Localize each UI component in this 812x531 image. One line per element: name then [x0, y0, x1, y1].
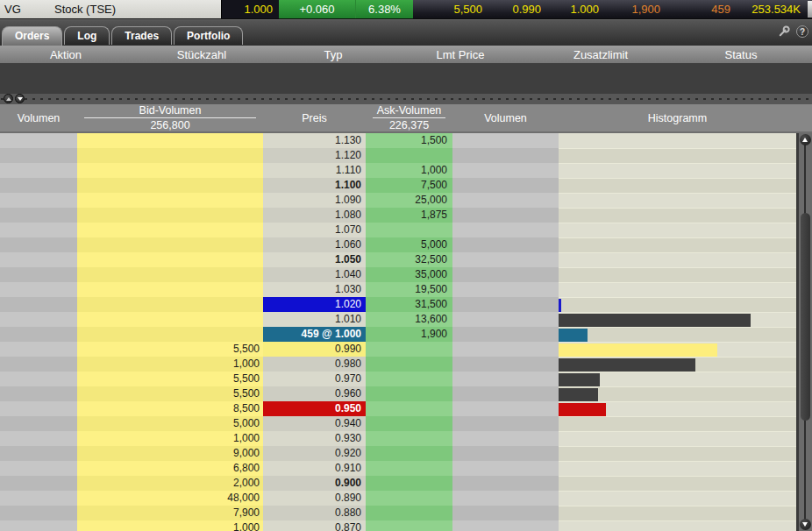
ask-volume-cell[interactable]	[366, 461, 452, 476]
bid-volume-cell[interactable]	[77, 208, 263, 223]
ask-volume-cell[interactable]	[366, 431, 452, 446]
bid-volume-cell[interactable]	[77, 267, 263, 282]
price-cell[interactable]: 0.960	[263, 386, 366, 401]
ask-volume-cell[interactable]: 1,900	[366, 327, 452, 342]
ask-volume-cell[interactable]: 32,500	[366, 252, 452, 267]
price-cell[interactable]: 0.930	[263, 431, 366, 446]
col-zusatzlimit[interactable]: Zusatzlimit	[526, 48, 675, 61]
price-cell[interactable]: 1.100	[263, 178, 366, 193]
header-bid-volumen[interactable]: Bid-Volumen 256,800	[77, 104, 263, 131]
price-cell[interactable]: 1.020	[263, 297, 366, 312]
ask-volume-cell[interactable]: 13,600	[366, 312, 452, 327]
price-cell[interactable]: 0.910	[263, 461, 366, 476]
price-cell[interactable]: 1.080	[263, 208, 366, 223]
instrument-cell[interactable]: VG Stock (TSE)	[0, 0, 221, 18]
collapse-down-button[interactable]	[15, 94, 25, 103]
bid-volume-cell[interactable]: 1,000	[77, 431, 263, 446]
bid-volume-cell[interactable]	[77, 223, 263, 237]
bid-volume-cell[interactable]	[77, 193, 263, 208]
ask-volume-cell[interactable]	[366, 223, 452, 237]
ask-volume-cell[interactable]	[366, 491, 452, 506]
price-cell[interactable]: 1.120	[263, 148, 366, 163]
bid-volume-cell[interactable]: 1,000	[77, 357, 263, 372]
bid-volume-cell[interactable]	[77, 252, 263, 267]
bid-volume-cell[interactable]	[77, 148, 263, 163]
panel-splitter[interactable]	[0, 94, 812, 104]
price-cell[interactable]: 1.110	[263, 163, 366, 178]
ask-volume-cell[interactable]	[366, 416, 452, 431]
price-cell[interactable]: 1.060	[263, 237, 366, 252]
bid-volume-cell[interactable]	[77, 327, 263, 342]
ask-volume-cell[interactable]	[366, 520, 452, 531]
col-stueckzahl[interactable]: Stückzahl	[132, 48, 272, 61]
price-cell[interactable]: 0.900	[263, 476, 366, 491]
header-ask-volumen[interactable]: Ask-Volumen 226,375	[366, 104, 452, 131]
price-cell[interactable]: 1.040	[263, 267, 366, 282]
bid-volume-cell[interactable]: 5,500	[77, 386, 263, 401]
ask-volume-cell[interactable]	[366, 357, 452, 372]
collapse-up-button[interactable]	[4, 94, 13, 103]
price-cell[interactable]: 1.010	[263, 312, 366, 327]
tab-orders[interactable]: Orders	[2, 26, 62, 46]
ask-volume-cell[interactable]: 1,875	[366, 208, 452, 223]
tab-portfolio[interactable]: Portfolio	[174, 26, 243, 45]
bid-volume-cell[interactable]	[77, 133, 263, 148]
scroll-up-button[interactable]	[800, 134, 811, 145]
bid-volume-cell[interactable]: 8,500	[77, 401, 263, 416]
header-histogramm[interactable]: Histogramm	[559, 112, 796, 124]
header-volumen-right[interactable]: Volumen	[452, 112, 559, 124]
bid-volume-cell[interactable]: 1,000	[77, 520, 263, 531]
help-icon[interactable]: ?	[796, 25, 808, 38]
bid-volume-cell[interactable]: 2,000	[77, 476, 263, 491]
tab-log[interactable]: Log	[64, 26, 110, 45]
price-cell[interactable]: 0.920	[263, 446, 366, 461]
bid-volume-cell[interactable]	[77, 282, 263, 297]
bid-volume-cell[interactable]	[77, 237, 263, 252]
price-cell[interactable]: 1.070	[263, 223, 366, 237]
ask-volume-cell[interactable]: 19,500	[366, 282, 452, 297]
ask-volume-cell[interactable]	[366, 476, 452, 491]
ask-volume-cell[interactable]: 1,500	[366, 133, 452, 148]
price-cell[interactable]: 0.950	[263, 401, 366, 416]
bid-volume-cell[interactable]: 5,000	[77, 416, 263, 431]
price-cell[interactable]: 1.090	[263, 193, 366, 208]
scroll-down-button[interactable]	[800, 519, 811, 530]
ask-volume-cell[interactable]: 35,000	[366, 267, 452, 282]
price-cell[interactable]: 1.130	[263, 133, 366, 148]
price-cell[interactable]: 0.990	[263, 342, 366, 357]
ask-volume-cell[interactable]	[366, 446, 452, 461]
ask-volume-cell[interactable]	[366, 506, 452, 520]
bid-volume-cell[interactable]: 9,000	[77, 446, 263, 461]
price-cell[interactable]: 1.050	[263, 252, 366, 267]
price-cell[interactable]: 0.940	[263, 416, 366, 431]
ask-volume-cell[interactable]	[366, 386, 452, 401]
ask-volume-cell[interactable]: 1,000	[366, 163, 452, 178]
col-typ[interactable]: Typ	[272, 48, 395, 61]
tools-icon[interactable]	[778, 25, 791, 38]
header-volumen-left[interactable]: Volumen	[0, 112, 77, 124]
price-cell[interactable]: 1.030	[263, 282, 366, 297]
ask-volume-cell[interactable]	[366, 148, 452, 163]
col-aktion[interactable]: Aktion	[0, 48, 132, 61]
ask-volume-cell[interactable]	[366, 372, 452, 386]
bid-volume-cell[interactable]	[77, 178, 263, 193]
ask-volume-cell[interactable]: 5,000	[366, 237, 452, 252]
price-cell[interactable]: 0.980	[263, 357, 366, 372]
header-preis[interactable]: Preis	[263, 112, 366, 124]
bid-volume-cell[interactable]: 5,500	[77, 342, 263, 357]
bid-volume-cell[interactable]	[77, 312, 263, 327]
scrollbar-thumb[interactable]	[801, 213, 810, 421]
ask-volume-cell[interactable]: 25,000	[366, 193, 452, 208]
bid-volume-cell[interactable]: 48,000	[77, 491, 263, 506]
ask-volume-cell[interactable]	[366, 342, 452, 357]
col-status[interactable]: Status	[675, 48, 807, 61]
bid-volume-cell[interactable]	[77, 297, 263, 312]
ask-volume-cell[interactable]	[366, 401, 452, 416]
price-cell[interactable]: 0.870	[263, 520, 366, 531]
bid-volume-cell[interactable]: 7,900	[77, 506, 263, 520]
ask-volume-cell[interactable]: 7,500	[366, 178, 452, 193]
ask-volume-cell[interactable]: 31,500	[366, 297, 452, 312]
price-cell[interactable]: 459 @ 1.000	[263, 327, 366, 342]
tab-trades[interactable]: Trades	[111, 26, 172, 45]
price-cell[interactable]: 0.890	[263, 491, 366, 506]
